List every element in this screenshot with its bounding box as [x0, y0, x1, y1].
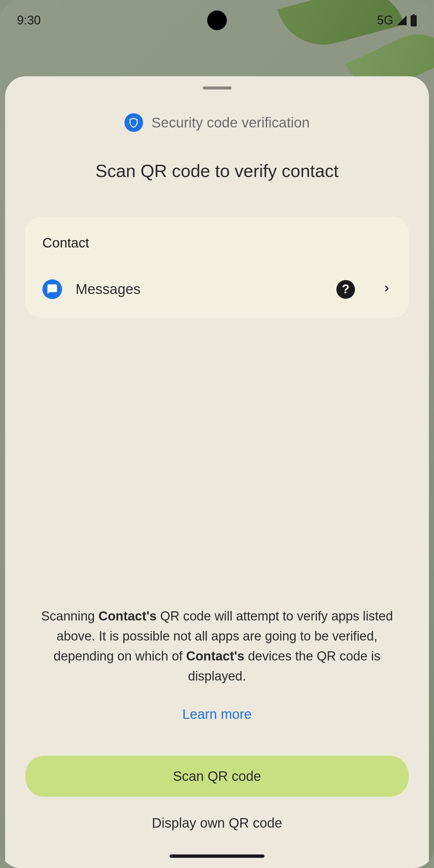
navigation-bar-handle[interactable]: [170, 854, 264, 858]
messages-app-icon: [42, 279, 62, 299]
bottom-sheet: Security code verification Scan QR code …: [5, 76, 429, 868]
device-frame: 9:30 5G Security code verification Scan …: [0, 0, 434, 868]
learn-more-link[interactable]: Learn more: [5, 707, 429, 722]
app-row[interactable]: Messages ?: [42, 279, 392, 299]
help-icon[interactable]: ?: [336, 280, 355, 299]
sheet-subtitle: Security code verification: [152, 115, 310, 131]
page-title: Scan QR code to verify contact: [5, 161, 429, 181]
shield-icon: [124, 113, 143, 132]
display-own-qr-button[interactable]: Display own QR code: [5, 815, 429, 831]
sheet-header: Security code verification: [5, 113, 429, 132]
chevron-right-icon: [382, 284, 392, 295]
app-name: Messages: [76, 281, 323, 297]
camera-hole: [207, 11, 227, 30]
battery-icon: [410, 14, 417, 26]
contact-label: Contact: [42, 235, 392, 251]
status-bar: 9:30 5G: [0, 0, 434, 41]
signal-icon: [396, 15, 408, 26]
status-time: 9:30: [17, 13, 41, 27]
description-text: Scanning Contact's QR code will attempt …: [5, 606, 429, 686]
status-right: 5G: [377, 13, 417, 27]
scan-qr-button[interactable]: Scan QR code: [25, 756, 409, 797]
network-label: 5G: [377, 13, 393, 27]
drag-handle[interactable]: [203, 86, 232, 90]
contact-card: Contact Messages ?: [25, 217, 409, 318]
